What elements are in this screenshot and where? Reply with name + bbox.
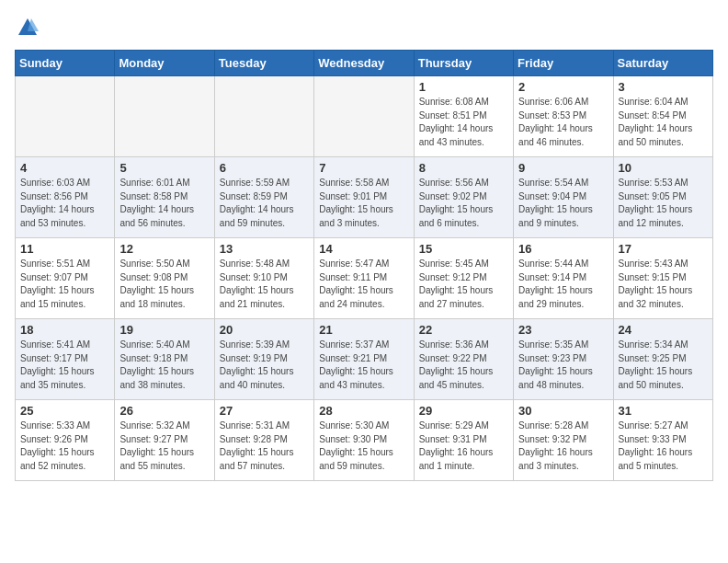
calendar-cell: 9Sunrise: 5:54 AM Sunset: 9:04 PM Daylig… xyxy=(514,157,613,238)
logo xyxy=(15,15,44,40)
day-info: Sunrise: 5:41 AM Sunset: 9:17 PM Dayligh… xyxy=(20,339,109,392)
calendar-cell: 18Sunrise: 5:41 AM Sunset: 9:17 PM Dayli… xyxy=(16,319,115,400)
day-info: Sunrise: 5:35 AM Sunset: 9:23 PM Dayligh… xyxy=(518,339,608,392)
calendar-cell: 15Sunrise: 5:45 AM Sunset: 9:12 PM Dayli… xyxy=(414,238,513,319)
calendar-cell: 11Sunrise: 5:51 AM Sunset: 9:07 PM Dayli… xyxy=(16,238,115,319)
weekday-header-wednesday: Wednesday xyxy=(314,51,414,76)
calendar-cell: 10Sunrise: 5:53 AM Sunset: 9:05 PM Dayli… xyxy=(613,157,712,238)
calendar-body: 1Sunrise: 6:08 AM Sunset: 8:51 PM Daylig… xyxy=(16,76,713,481)
calendar-week-row: 25Sunrise: 5:33 AM Sunset: 9:26 PM Dayli… xyxy=(16,400,713,481)
calendar-cell xyxy=(214,76,313,157)
day-number: 28 xyxy=(319,404,408,418)
day-number: 16 xyxy=(518,242,608,256)
day-info: Sunrise: 5:48 AM Sunset: 9:10 PM Dayligh… xyxy=(220,258,309,311)
calendar-cell: 5Sunrise: 6:01 AM Sunset: 8:58 PM Daylig… xyxy=(115,157,214,238)
day-number: 5 xyxy=(119,161,209,175)
calendar-cell: 16Sunrise: 5:44 AM Sunset: 9:14 PM Dayli… xyxy=(514,238,613,319)
calendar-cell: 20Sunrise: 5:39 AM Sunset: 9:19 PM Dayli… xyxy=(214,319,313,400)
day-info: Sunrise: 5:51 AM Sunset: 9:07 PM Dayligh… xyxy=(20,258,109,311)
day-number: 30 xyxy=(518,404,608,418)
calendar-cell: 3Sunrise: 6:04 AM Sunset: 8:54 PM Daylig… xyxy=(613,76,712,157)
day-number: 22 xyxy=(419,323,508,337)
day-number: 14 xyxy=(319,242,408,256)
day-info: Sunrise: 6:04 AM Sunset: 8:54 PM Dayligh… xyxy=(619,96,708,149)
day-info: Sunrise: 5:37 AM Sunset: 9:21 PM Dayligh… xyxy=(319,339,408,392)
day-number: 19 xyxy=(119,323,209,337)
day-number: 23 xyxy=(518,323,608,337)
day-number: 15 xyxy=(419,242,508,256)
calendar-cell: 30Sunrise: 5:28 AM Sunset: 9:32 PM Dayli… xyxy=(514,400,613,481)
day-number: 6 xyxy=(220,161,309,175)
day-info: Sunrise: 5:29 AM Sunset: 9:31 PM Dayligh… xyxy=(419,419,508,473)
day-number: 20 xyxy=(220,323,309,337)
day-number: 4 xyxy=(20,161,109,175)
day-info: Sunrise: 5:54 AM Sunset: 9:04 PM Dayligh… xyxy=(518,177,608,230)
day-info: Sunrise: 6:06 AM Sunset: 8:53 PM Dayligh… xyxy=(518,96,608,149)
day-info: Sunrise: 5:53 AM Sunset: 9:05 PM Dayligh… xyxy=(619,177,708,230)
page-header xyxy=(15,15,713,40)
day-number: 2 xyxy=(518,80,608,94)
day-info: Sunrise: 5:31 AM Sunset: 9:28 PM Dayligh… xyxy=(220,419,309,473)
day-number: 13 xyxy=(220,242,309,256)
day-info: Sunrise: 5:47 AM Sunset: 9:11 PM Dayligh… xyxy=(319,258,408,311)
day-info: Sunrise: 5:50 AM Sunset: 9:08 PM Dayligh… xyxy=(119,258,209,311)
day-number: 10 xyxy=(619,161,708,175)
day-info: Sunrise: 5:32 AM Sunset: 9:27 PM Dayligh… xyxy=(119,419,209,473)
day-info: Sunrise: 5:28 AM Sunset: 9:32 PM Dayligh… xyxy=(518,419,608,473)
day-info: Sunrise: 5:44 AM Sunset: 9:14 PM Dayligh… xyxy=(518,258,608,311)
day-info: Sunrise: 5:58 AM Sunset: 9:01 PM Dayligh… xyxy=(319,177,408,230)
calendar-cell: 27Sunrise: 5:31 AM Sunset: 9:28 PM Dayli… xyxy=(214,400,313,481)
day-info: Sunrise: 5:56 AM Sunset: 9:02 PM Dayligh… xyxy=(419,177,508,230)
calendar-cell: 23Sunrise: 5:35 AM Sunset: 9:23 PM Dayli… xyxy=(514,319,613,400)
day-number: 3 xyxy=(619,80,708,94)
day-info: Sunrise: 5:27 AM Sunset: 9:33 PM Dayligh… xyxy=(619,419,708,473)
calendar-cell: 21Sunrise: 5:37 AM Sunset: 9:21 PM Dayli… xyxy=(314,319,414,400)
calendar-cell: 31Sunrise: 5:27 AM Sunset: 9:33 PM Dayli… xyxy=(613,400,712,481)
day-number: 29 xyxy=(419,404,508,418)
day-info: Sunrise: 5:30 AM Sunset: 9:30 PM Dayligh… xyxy=(319,419,408,473)
calendar-cell: 8Sunrise: 5:56 AM Sunset: 9:02 PM Daylig… xyxy=(414,157,513,238)
calendar-cell xyxy=(115,76,214,157)
day-info: Sunrise: 5:40 AM Sunset: 9:18 PM Dayligh… xyxy=(119,339,209,392)
calendar-cell: 13Sunrise: 5:48 AM Sunset: 9:10 PM Dayli… xyxy=(214,238,313,319)
weekday-header-friday: Friday xyxy=(514,51,613,76)
weekday-header-sunday: Sunday xyxy=(16,51,115,76)
calendar-cell xyxy=(314,76,414,157)
calendar-cell: 25Sunrise: 5:33 AM Sunset: 9:26 PM Dayli… xyxy=(16,400,115,481)
calendar-cell: 1Sunrise: 6:08 AM Sunset: 8:51 PM Daylig… xyxy=(414,76,513,157)
day-number: 9 xyxy=(518,161,608,175)
calendar-cell: 12Sunrise: 5:50 AM Sunset: 9:08 PM Dayli… xyxy=(115,238,214,319)
calendar-cell: 22Sunrise: 5:36 AM Sunset: 9:22 PM Dayli… xyxy=(414,319,513,400)
weekday-header-tuesday: Tuesday xyxy=(214,51,313,76)
calendar-cell: 6Sunrise: 5:59 AM Sunset: 8:59 PM Daylig… xyxy=(214,157,313,238)
day-info: Sunrise: 6:01 AM Sunset: 8:58 PM Dayligh… xyxy=(119,177,209,230)
day-number: 24 xyxy=(619,323,708,337)
day-info: Sunrise: 5:43 AM Sunset: 9:15 PM Dayligh… xyxy=(619,258,708,311)
calendar-cell: 26Sunrise: 5:32 AM Sunset: 9:27 PM Dayli… xyxy=(115,400,214,481)
calendar-cell: 28Sunrise: 5:30 AM Sunset: 9:30 PM Dayli… xyxy=(314,400,414,481)
day-number: 26 xyxy=(119,404,209,418)
weekday-header-row: SundayMondayTuesdayWednesdayThursdayFrid… xyxy=(16,51,713,76)
calendar-week-row: 4Sunrise: 6:03 AM Sunset: 8:56 PM Daylig… xyxy=(16,157,713,238)
day-info: Sunrise: 5:45 AM Sunset: 9:12 PM Dayligh… xyxy=(419,258,508,311)
calendar-cell: 17Sunrise: 5:43 AM Sunset: 9:15 PM Dayli… xyxy=(613,238,712,319)
day-info: Sunrise: 5:36 AM Sunset: 9:22 PM Dayligh… xyxy=(419,339,508,392)
logo-icon xyxy=(15,15,40,40)
calendar-cell: 4Sunrise: 6:03 AM Sunset: 8:56 PM Daylig… xyxy=(16,157,115,238)
day-number: 21 xyxy=(319,323,408,337)
day-info: Sunrise: 5:59 AM Sunset: 8:59 PM Dayligh… xyxy=(220,177,309,230)
day-number: 12 xyxy=(119,242,209,256)
day-info: Sunrise: 5:33 AM Sunset: 9:26 PM Dayligh… xyxy=(20,419,109,473)
calendar-week-row: 1Sunrise: 6:08 AM Sunset: 8:51 PM Daylig… xyxy=(16,76,713,157)
day-number: 8 xyxy=(419,161,508,175)
day-number: 1 xyxy=(419,80,508,94)
calendar-week-row: 18Sunrise: 5:41 AM Sunset: 9:17 PM Dayli… xyxy=(16,319,713,400)
calendar-cell: 24Sunrise: 5:34 AM Sunset: 9:25 PM Dayli… xyxy=(613,319,712,400)
day-number: 7 xyxy=(319,161,408,175)
day-info: Sunrise: 5:39 AM Sunset: 9:19 PM Dayligh… xyxy=(220,339,309,392)
day-info: Sunrise: 5:34 AM Sunset: 9:25 PM Dayligh… xyxy=(619,339,708,392)
calendar-cell: 2Sunrise: 6:06 AM Sunset: 8:53 PM Daylig… xyxy=(514,76,613,157)
weekday-header-saturday: Saturday xyxy=(613,51,712,76)
calendar-cell: 19Sunrise: 5:40 AM Sunset: 9:18 PM Dayli… xyxy=(115,319,214,400)
day-info: Sunrise: 6:08 AM Sunset: 8:51 PM Dayligh… xyxy=(419,96,508,149)
